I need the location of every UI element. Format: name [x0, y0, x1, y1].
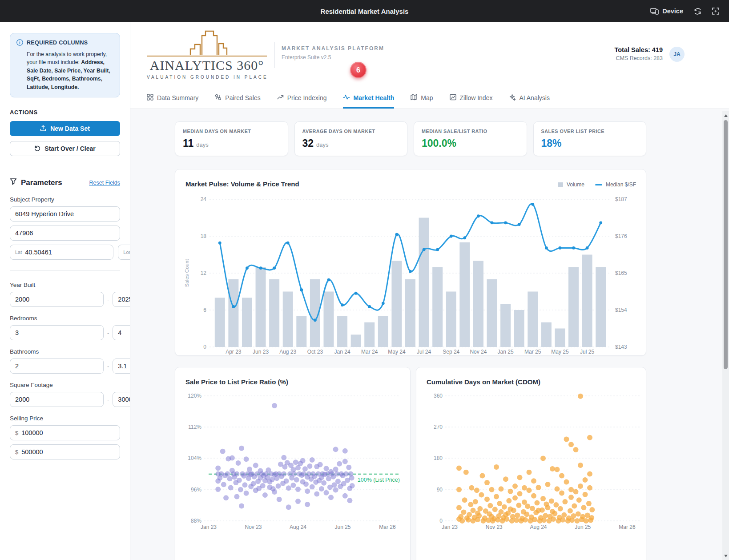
svg-text:Jan 23: Jan 23 — [442, 524, 458, 530]
map-icon — [411, 94, 417, 102]
svg-text:104%: 104% — [188, 455, 201, 461]
latitude-field[interactable]: Lat — [10, 245, 113, 260]
range-separator: - — [107, 296, 109, 303]
topbar: Residential Market Analysis Device — [0, 0, 729, 22]
svg-text:12: 12 — [201, 270, 207, 276]
ratio-scatter-card: Sale Price to List Price Ratio (%) 120%1… — [175, 367, 411, 560]
bedrooms-max-field[interactable] — [113, 325, 130, 340]
tab-paired-sales[interactable]: Paired Sales — [215, 87, 260, 109]
svg-text:Sales Count: Sales Count — [184, 259, 189, 287]
device-button[interactable]: Device — [650, 8, 683, 15]
kpi-value: 18% — [541, 137, 562, 149]
svg-text:Aug 23: Aug 23 — [279, 349, 296, 355]
year-built-min-field[interactable] — [10, 292, 104, 307]
bathrooms-min-field[interactable] — [10, 359, 104, 374]
tab-zillow-index[interactable]: Zillow Index — [450, 87, 493, 109]
main-area: AINALYTICS 360° VALUATION GROUNDED IN PL… — [130, 22, 729, 560]
svg-text:Jun 23: Jun 23 — [253, 349, 269, 355]
svg-text:Sep 24: Sep 24 — [443, 349, 459, 355]
bathrooms-label: Bathrooms — [10, 348, 120, 355]
svg-text:Nov 23: Nov 23 — [486, 524, 503, 530]
tab-label: Data Summary — [157, 94, 198, 101]
fullscreen-icon[interactable] — [712, 8, 719, 15]
avatar[interactable]: JA — [669, 47, 685, 62]
scroll-down-arrow[interactable] — [722, 552, 729, 559]
parameters-heading: Parameters — [21, 178, 62, 187]
price-max-field[interactable]: $ — [10, 444, 120, 459]
svg-text:100% (List Price): 100% (List Price) — [358, 477, 400, 483]
svg-text:120%: 120% — [188, 393, 201, 399]
svg-text:$165: $165 — [615, 270, 627, 276]
svg-text:180: 180 — [434, 455, 443, 461]
bathrooms-max-field[interactable] — [113, 359, 130, 374]
notification-badge[interactable]: 6 — [350, 62, 367, 78]
tab-map[interactable]: Map — [411, 87, 433, 109]
pulse-chart: 24$18718$17612$1656$1540$143Sales CountA… — [175, 169, 647, 356]
svg-text:6: 6 — [203, 307, 206, 313]
price-min-field[interactable]: $ — [10, 425, 120, 440]
pulse-icon — [343, 94, 350, 102]
svg-text:0: 0 — [203, 344, 206, 350]
selling-price-label: Selling Price — [10, 415, 120, 422]
svg-text:18: 18 — [201, 233, 207, 239]
sqft-max-field[interactable] — [113, 392, 130, 407]
kpi-row: MEDIAN DAYS ON MARKET11daysAVERAGE DAYS … — [175, 121, 646, 156]
logo: AINALYTICS 360° VALUATION GROUNDED IN PL… — [147, 22, 267, 57]
svg-text:24: 24 — [201, 196, 207, 202]
logo-tagline: VALUATION GROUNDED IN PLACE — [147, 75, 267, 80]
svg-text:Jul 24: Jul 24 — [417, 349, 431, 355]
svg-text:$154: $154 — [615, 307, 627, 313]
cdom-scatter-chart: 360270180900Jan 23Nov 23Aug 24Jun 25Mar … — [416, 367, 647, 554]
tab-price-indexing[interactable]: Price Indexing — [277, 87, 327, 109]
logo-building-icon — [147, 22, 267, 56]
required-columns-text: For the analysis to work properly, your … — [16, 50, 113, 91]
start-over-button[interactable]: Start Over / Clear — [10, 141, 120, 156]
tab-market-health[interactable]: Market Health — [343, 87, 394, 109]
refresh-icon[interactable] — [694, 8, 701, 15]
svg-text:Nov 24: Nov 24 — [470, 349, 487, 355]
sparkle-icon — [509, 94, 516, 102]
address-field[interactable] — [10, 206, 120, 222]
svg-text:Jan 25: Jan 25 — [498, 349, 514, 355]
kpi-label: AVERAGE DAYS ON MARKET — [302, 129, 400, 134]
bedrooms-label: Bedrooms — [10, 315, 120, 322]
scrollbar-thumb[interactable] — [724, 120, 728, 369]
svg-text:Aug 24: Aug 24 — [530, 524, 547, 530]
zip-field[interactable] — [10, 226, 120, 241]
tab-label: AI Analysis — [519, 94, 549, 101]
funnel-icon — [10, 178, 17, 187]
grid-icon — [147, 94, 153, 102]
kpi-label: SALES OVER LIST PRICE — [541, 129, 639, 134]
sqft-min-field[interactable] — [10, 392, 104, 407]
svg-text:Nov 23: Nov 23 — [245, 524, 262, 530]
app-title: Residential Market Analysis — [321, 8, 409, 15]
vertical-scrollbar[interactable] — [722, 111, 729, 560]
header-divider — [274, 42, 275, 68]
kpi-card-median-sale-list-ratio: MEDIAN SALE/LIST RATIO100.0% — [414, 121, 527, 156]
longitude-field[interactable]: Lon — [118, 245, 130, 260]
svg-text:Mar 25: Mar 25 — [524, 349, 541, 355]
kpi-card-median-days-on-market: MEDIAN DAYS ON MARKET11days — [175, 121, 288, 156]
year-built-max-field[interactable] — [113, 292, 130, 307]
svg-text:Jan 23: Jan 23 — [201, 524, 217, 530]
square-footage-label: Square Footage — [10, 382, 120, 388]
tab-ai-analysis[interactable]: AI Analysis — [509, 87, 549, 109]
kpi-card-average-days-on-market: AVERAGE DAYS ON MARKET32days — [294, 121, 408, 156]
bedrooms-min-field[interactable] — [10, 325, 104, 340]
ratio-scatter-chart: 120%112%104%96%88%Jan 23Nov 23Aug 24Jun … — [175, 367, 411, 554]
svg-text:May 25: May 25 — [551, 349, 569, 355]
logo-name: AINALYTICS 360° — [147, 58, 267, 73]
info-icon — [16, 39, 23, 48]
svg-text:Jun 25: Jun 25 — [334, 524, 350, 530]
range-separator: - — [107, 330, 109, 336]
reset-fields-link[interactable]: Reset Fields — [89, 180, 120, 186]
svg-text:Mar 26: Mar 26 — [619, 524, 636, 530]
scroll-up-arrow[interactable] — [722, 112, 729, 119]
tab-data-summary[interactable]: Data Summary — [147, 87, 198, 109]
svg-text:Jun 25: Jun 25 — [575, 524, 591, 530]
svg-text:Apr 23: Apr 23 — [226, 349, 242, 355]
new-data-set-button[interactable]: New Data Set — [10, 121, 120, 136]
range-separator: - — [107, 396, 109, 403]
tab-label: Map — [421, 94, 433, 101]
cdom-scatter-card: Cumulative Days on Market (CDOM) 3602701… — [416, 367, 646, 560]
